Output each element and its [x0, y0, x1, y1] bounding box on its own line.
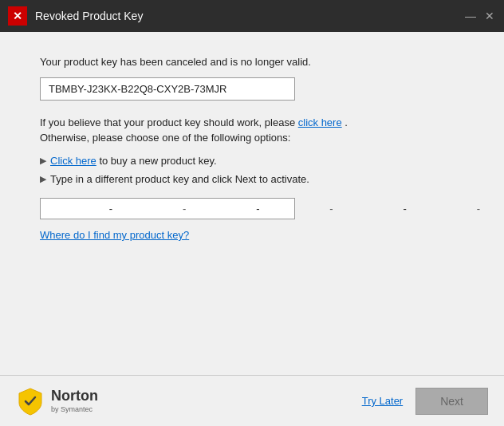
key-segment-4[interactable] [482, 199, 504, 219]
next-button[interactable]: Next [415, 388, 488, 415]
where-link[interactable]: Where do I find my product key? [40, 229, 464, 241]
norton-name: Norton [51, 388, 98, 405]
window-controls: — ✕ [464, 10, 496, 22]
norton-logo: Norton by Symantec [16, 387, 98, 416]
arrow-icon-1: ▶ [40, 156, 46, 166]
key-segment-3[interactable] [335, 199, 475, 219]
canceled-message: Your product key has been canceled and i… [40, 56, 464, 68]
key-segment-1[interactable] [41, 199, 181, 219]
footer: Norton by Symantec Try Later Next [0, 375, 504, 426]
option2-text: Type in a different product key and clic… [50, 173, 309, 185]
option1-suffix: to buy a new product key. [96, 155, 217, 167]
click-here-link-top[interactable]: click here [298, 116, 342, 128]
title-icon-x: ✕ [13, 10, 22, 22]
otherwise-text: Otherwise, please choose one of the foll… [40, 132, 464, 144]
option1: ▶ Click here to buy a new product key. [40, 155, 464, 167]
product-key-value: TBMBY-J23KX-B22Q8-CXY2B-73MJR [40, 77, 295, 101]
close-button[interactable]: ✕ [483, 10, 496, 22]
norton-shield-icon [16, 387, 45, 416]
option1-text: Click here to buy a new product key. [50, 155, 217, 167]
option2: ▶ Type in a different product key and cl… [40, 173, 464, 185]
believe-text: If you believe that your product key sho… [40, 116, 464, 128]
try-later-link[interactable]: Try Later [362, 395, 404, 407]
key-sep-2: - [328, 203, 334, 215]
main-content: Your product key has been canceled and i… [0, 32, 504, 375]
minimize-button[interactable]: — [464, 10, 477, 22]
title-bar: ✕ Revoked Product Key — ✕ [0, 0, 504, 32]
click-here-link-buy[interactable]: Click here [50, 155, 96, 167]
believe-suffix: . [342, 116, 348, 128]
key-sep-1: - [181, 203, 187, 215]
believe-prefix: If you believe that your product key sho… [40, 116, 298, 128]
window-title: Revoked Product Key [35, 10, 496, 22]
norton-text-block: Norton by Symantec [51, 388, 98, 413]
arrow-icon-2: ▶ [40, 174, 46, 184]
norton-sub: by Symantec [51, 405, 98, 414]
key-segment-2[interactable] [187, 199, 328, 219]
key-sep-3: - [475, 203, 482, 215]
key-input-row[interactable]: - - - [40, 198, 295, 219]
title-icon: ✕ [8, 6, 27, 26]
